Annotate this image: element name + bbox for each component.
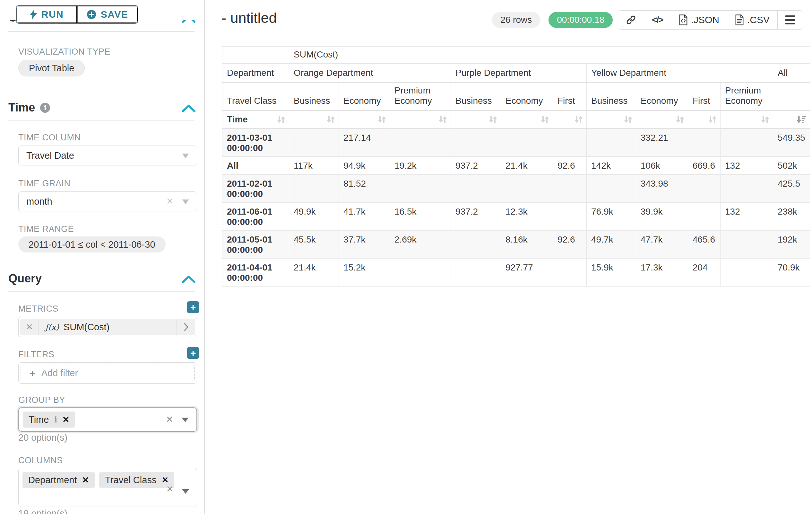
plus-circle-icon: [87, 10, 96, 19]
save-button[interactable]: SAVE: [77, 6, 138, 23]
value-cell: 465.6: [688, 230, 721, 258]
value-cell: [390, 129, 451, 157]
run-save-button-group: RUN SAVE: [16, 5, 138, 24]
visualization-type-pill[interactable]: Pivot Table: [18, 60, 85, 77]
value-cell: 12.3k: [501, 202, 553, 230]
info-icon[interactable]: i: [54, 415, 57, 424]
sort-up-down-icon[interactable]: [540, 115, 549, 124]
sort-up-down-icon[interactable]: [377, 115, 386, 124]
chevron-up-icon[interactable]: [182, 104, 196, 112]
remove-tag-icon[interactable]: ✕: [62, 415, 69, 425]
sort-header-cell: [289, 110, 339, 129]
sort-up-down-icon[interactable]: [760, 115, 770, 124]
row-label-cell: All: [223, 157, 289, 174]
value-cell: 192k: [773, 230, 810, 258]
value-cell: 937.2: [451, 157, 501, 174]
value-cell: [688, 174, 721, 202]
chevron-right-icon[interactable]: [176, 319, 195, 335]
caret-down-icon[interactable]: [182, 199, 189, 204]
travel-class-header: [773, 83, 810, 110]
value-cell: 8.16k: [501, 230, 553, 258]
value-cell: [390, 174, 451, 202]
value-cell: 502k: [773, 157, 810, 174]
value-cell: 106k: [636, 157, 688, 174]
value-cell: [501, 174, 553, 202]
sort-up-down-icon[interactable]: [623, 115, 633, 124]
menu-button[interactable]: [777, 10, 803, 29]
caret-down-icon[interactable]: [182, 417, 189, 422]
group-by-options-note: 20 option(s): [18, 432, 67, 443]
sort-descending-icon[interactable]: [796, 115, 807, 124]
caret-down-icon[interactable]: [182, 489, 189, 494]
export-json-button[interactable]: .JSON: [671, 10, 727, 29]
remove-tag-icon[interactable]: ✕: [82, 475, 89, 485]
table-row: 2011-04-01 00:00:0021.4k15.2k927.7715.9k…: [223, 258, 810, 286]
sort-up-down-icon[interactable]: [707, 115, 717, 124]
department-group-header: Orange Department: [289, 63, 451, 83]
sort-up-down-icon[interactable]: [438, 115, 447, 124]
columns-tag: Department ✕: [23, 472, 95, 488]
info-circle-icon[interactable]: i: [40, 103, 50, 113]
row-dimension-cell: Time: [223, 110, 289, 129]
value-cell: [553, 258, 587, 286]
embed-code-button[interactable]: </>: [644, 10, 670, 29]
code-icon: </>: [652, 15, 663, 25]
value-cell: [390, 258, 451, 286]
caret-down-icon[interactable]: [182, 154, 189, 158]
chevron-up-icon[interactable]: [182, 275, 196, 283]
csv-button-label: .CSV: [747, 15, 770, 25]
sort-up-down-icon[interactable]: [326, 115, 336, 124]
panel-divider[interactable]: [204, 0, 205, 514]
value-cell: [721, 258, 773, 286]
value-cell: [721, 174, 773, 202]
value-cell: 81.52: [339, 174, 390, 202]
add-filter-button[interactable]: + Add filter: [21, 364, 195, 381]
value-cell: [451, 258, 501, 286]
sort-up-down-icon[interactable]: [574, 115, 583, 124]
value-cell: [721, 230, 773, 258]
link-icon: [626, 15, 636, 25]
divider: [8, 291, 195, 292]
time-column-select[interactable]: Travel Date: [18, 145, 197, 165]
run-button[interactable]: RUN: [17, 6, 77, 23]
sort-header-cell: [390, 110, 451, 129]
columns-label: COLUMNS: [18, 456, 63, 465]
value-cell: 217.14: [339, 129, 390, 157]
x-mark-icon[interactable]: ✕: [166, 485, 174, 494]
metric-pill[interactable]: ✕ ƒ(x) SUM(Cost): [20, 319, 195, 335]
value-cell: 343.98: [636, 174, 688, 202]
query-timer-badge: 00:00:00.18: [549, 12, 613, 28]
sort-up-down-icon[interactable]: [488, 115, 497, 124]
divider: [8, 120, 195, 121]
add-filter-plus-button[interactable]: +: [187, 347, 199, 359]
time-column-value: Travel Date: [26, 150, 74, 161]
columns-select[interactable]: Department ✕ Travel Class ✕ ✕: [18, 468, 197, 507]
department-group-header: Yellow Department: [587, 63, 773, 83]
value-cell: 332.21: [636, 129, 688, 157]
x-mark-icon[interactable]: ✕: [166, 415, 173, 424]
value-cell: 47.7k: [636, 230, 688, 258]
sort-up-down-icon[interactable]: [276, 115, 286, 124]
control-panel: Chart Type RUN SAVE VISUALIZATION TYPE: [0, 0, 204, 514]
value-cell: 132: [721, 202, 773, 230]
value-cell: 49.7k: [587, 230, 636, 258]
value-cell: [451, 174, 501, 202]
add-metric-button[interactable]: +: [187, 301, 199, 313]
time-grain-select[interactable]: month ✕: [18, 191, 197, 211]
value-cell: 425.5: [773, 174, 810, 202]
value-cell: 76.9k: [587, 202, 636, 230]
share-link-button[interactable]: [618, 10, 644, 29]
time-range-pill[interactable]: 2011-01-01 ≤ col < 2011-06-30: [18, 237, 166, 252]
value-cell: 15.9k: [587, 258, 636, 286]
value-cell: 238k: [773, 202, 810, 230]
remove-tag-icon[interactable]: ✕: [162, 475, 169, 485]
x-mark-icon[interactable]: ✕: [166, 197, 174, 206]
section-title-query: Query: [8, 272, 42, 285]
table-row: 2011-02-01 00:00:0081.52343.98425.5: [223, 174, 810, 202]
x-mark-icon[interactable]: ✕: [20, 319, 39, 335]
group-by-select[interactable]: Time i ✕ ✕: [18, 407, 197, 432]
plus-icon: +: [30, 367, 36, 379]
sort-up-down-icon[interactable]: [675, 115, 685, 124]
metric-control: ✕ ƒ(x) SUM(Cost): [18, 317, 197, 337]
export-csv-button[interactable]: .CSV: [727, 10, 777, 29]
